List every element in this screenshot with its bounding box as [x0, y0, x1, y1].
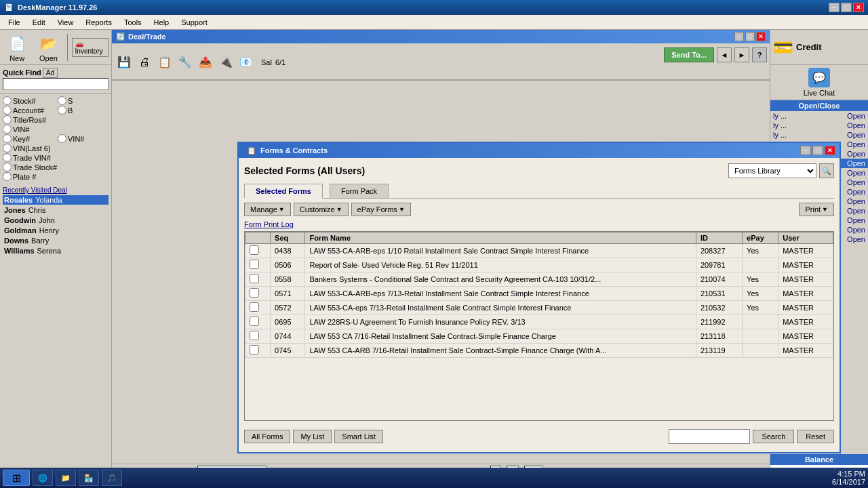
- form-checkbox[interactable]: [250, 302, 259, 312]
- form-print-log[interactable]: Form Print Log: [244, 220, 834, 228]
- open-button[interactable]: 📂 Open: [34, 30, 62, 64]
- radio-account[interactable]: Account#: [3, 106, 54, 115]
- forms-tabs: Selected Forms Form Pack: [244, 184, 834, 199]
- email-icon[interactable]: 📧: [237, 53, 256, 72]
- menu-support[interactable]: Support: [176, 17, 213, 28]
- new-button[interactable]: 📄 New: [3, 30, 31, 64]
- form-checkbox[interactable]: [250, 245, 259, 255]
- forms-minimize[interactable]: ─: [800, 146, 811, 155]
- form-checkbox[interactable]: [250, 260, 259, 269]
- table-row[interactable]: 0572 LAW 553-CA-eps 7/13-Retail Installm…: [245, 301, 833, 315]
- radio-trade-vin[interactable]: Trade VIN#: [3, 153, 57, 162]
- radio-plate[interactable]: Plate #: [3, 172, 57, 181]
- deal-maximize[interactable]: □: [745, 32, 755, 41]
- form-checkbox[interactable]: [250, 288, 259, 298]
- taskbar-folder[interactable]: 📁: [56, 470, 76, 486]
- livechat-button[interactable]: 💬 Live Chat: [770, 65, 868, 100]
- tab-form-pack[interactable]: Form Pack: [330, 184, 389, 199]
- smart-list-button[interactable]: Smart List: [334, 430, 383, 443]
- my-list-button[interactable]: My List: [293, 430, 332, 443]
- credit-button[interactable]: 💳 Credit: [770, 30, 868, 65]
- deal-close[interactable]: ✕: [756, 32, 766, 41]
- menu-help[interactable]: Help: [149, 17, 175, 28]
- epay-button[interactable]: ePay Forms ▼: [351, 203, 411, 216]
- radio-s[interactable]: S: [58, 96, 108, 105]
- forms-maximize[interactable]: □: [812, 146, 823, 155]
- form-checkbox[interactable]: [250, 345, 259, 354]
- print-icon[interactable]: 🖨: [135, 53, 154, 72]
- form-checkbox[interactable]: [250, 317, 259, 326]
- print-button[interactable]: Print ▼: [799, 203, 834, 216]
- form-epay: [743, 258, 778, 272]
- col-seq: Seq: [271, 232, 305, 244]
- table-row[interactable]: 0506 Report of Sale- Used Vehicle Reg. 5…: [245, 258, 833, 272]
- radio-trade-stock[interactable]: Trade Stock#: [3, 163, 57, 171]
- taskbar-media[interactable]: 🎵: [102, 470, 122, 486]
- forms-close[interactable]: ✕: [825, 146, 835, 155]
- forms-header-title: Selected Forms (All Users): [244, 165, 728, 176]
- contact-goodwin[interactable]: Goodwin John: [3, 216, 108, 225]
- table-row[interactable]: 0558 Bankers Systems - Conditional Sale …: [245, 272, 833, 287]
- taskbar-store[interactable]: 🏪: [79, 470, 99, 486]
- form-checkbox[interactable]: [250, 274, 259, 283]
- tab-selected-forms[interactable]: Selected Forms: [244, 184, 323, 199]
- radio-key[interactable]: Key#: [3, 134, 54, 143]
- taskbar-ie[interactable]: 🌐: [33, 470, 53, 486]
- forms-search-input[interactable]: [669, 429, 750, 444]
- menu-tools[interactable]: Tools: [119, 17, 147, 28]
- table-row[interactable]: 0744 LAW 553 CA 7/16-Retail Installment …: [245, 329, 833, 344]
- table-row[interactable]: 0695 LAW 228RS-U Agreement To Furnish In…: [245, 315, 833, 329]
- contact-downs[interactable]: Downs Barry: [3, 236, 108, 245]
- form-id: 209781: [696, 258, 742, 272]
- ad-button[interactable]: Ad: [43, 68, 58, 78]
- radio-stock[interactable]: Stock#: [3, 96, 54, 105]
- nav-next-button[interactable]: ►: [734, 47, 749, 62]
- plugin-icon[interactable]: 🔌: [216, 53, 235, 72]
- copy-icon[interactable]: 📋: [155, 53, 174, 72]
- radio-b[interactable]: B: [58, 106, 108, 115]
- contact-goldman[interactable]: Goldman Henry: [3, 226, 108, 235]
- deal-minimize[interactable]: ─: [734, 32, 744, 41]
- send-to-button[interactable]: Send To...: [664, 47, 714, 62]
- table-row[interactable]: 0571 LAW 553-CA-ARB-eps 7/13-Retail Inst…: [245, 287, 833, 301]
- maximize-button[interactable]: □: [841, 3, 852, 12]
- radio-vin[interactable]: VIN#: [3, 125, 57, 134]
- menu-file[interactable]: File: [3, 17, 26, 28]
- start-button[interactable]: ⊞: [3, 470, 30, 486]
- settings-icon[interactable]: 🔧: [176, 53, 195, 72]
- oc-list-item[interactable]: ly ... Open: [770, 111, 868, 121]
- radio-title[interactable]: Title/Ros#: [3, 115, 57, 124]
- oc-dots: ly ...: [773, 121, 846, 129]
- menu-view[interactable]: View: [52, 17, 79, 28]
- form-name: LAW 553-CA-eps 7/13-Retail Installment S…: [305, 301, 696, 315]
- table-row[interactable]: 0438 LAW 553-CA-ARB-eps 1/10 Retail Inst…: [245, 244, 833, 258]
- table-row[interactable]: 0745 LAW 553 CA-ARB 7/16-Retail Installm…: [245, 344, 833, 358]
- menu-edit[interactable]: Edit: [27, 17, 51, 28]
- nav-prev-button[interactable]: ◄: [717, 47, 732, 62]
- reset-button[interactable]: Reset: [797, 430, 834, 443]
- radio-vin2[interactable]: VIN#: [58, 134, 108, 143]
- quick-find-input[interactable]: [3, 78, 108, 90]
- forms-library-btn[interactable]: 🔍: [819, 163, 834, 178]
- menu-reports[interactable]: Reports: [80, 17, 117, 28]
- help-button[interactable]: ?: [752, 47, 767, 62]
- inventory-button[interactable]: 🚗 Inventory: [72, 38, 108, 57]
- radio-group: Stock# S Account# B Title/Ros# VIN# Key#…: [0, 94, 111, 184]
- all-forms-button[interactable]: All Forms: [244, 430, 290, 443]
- radio-vin-last6[interactable]: VIN(Last 6): [3, 144, 57, 152]
- manage-button[interactable]: Manage ▼: [244, 203, 291, 216]
- export-icon[interactable]: 📤: [196, 53, 215, 72]
- oc-list-item[interactable]: ly ... Open: [770, 121, 868, 130]
- forms-library-select[interactable]: Forms Library: [728, 163, 816, 178]
- close-button[interactable]: ✕: [853, 3, 864, 12]
- save-icon[interactable]: 💾: [115, 53, 134, 72]
- customize-button[interactable]: Customize ▼: [294, 203, 349, 216]
- contact-williams[interactable]: Williams Serena: [3, 246, 108, 256]
- form-checkbox[interactable]: [250, 331, 259, 340]
- contact-jones[interactable]: Jones Chris: [3, 205, 108, 215]
- oc-list-item[interactable]: ly ... Open: [770, 130, 868, 140]
- minimize-button[interactable]: ─: [829, 3, 840, 12]
- search-button[interactable]: Search: [753, 430, 794, 443]
- contact-rosales[interactable]: Rosales Yolanda: [3, 195, 108, 205]
- recently-visited-label[interactable]: Recently Visited Deal: [3, 186, 108, 194]
